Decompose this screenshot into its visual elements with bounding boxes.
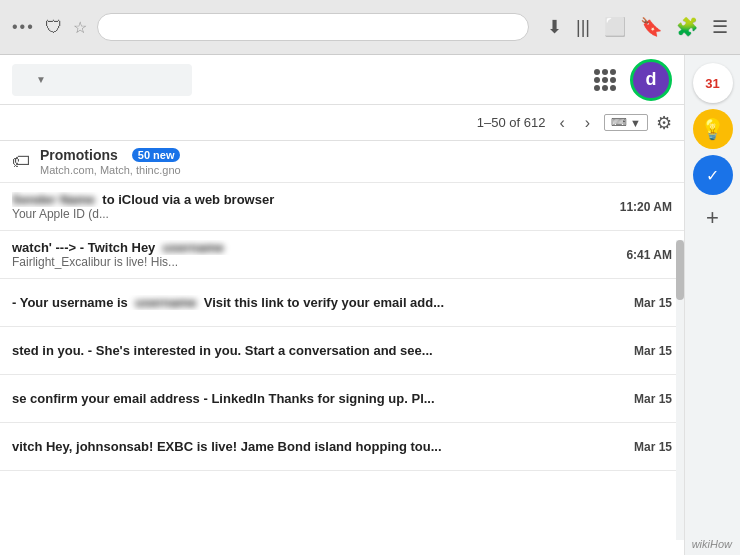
- email-time: Mar 15: [634, 296, 672, 310]
- email-list: 🏷 Promotions 50 new Match.com, Match, th…: [0, 141, 684, 555]
- email-content: sted in you. - She's interested in you. …: [12, 343, 622, 358]
- email-subject-text: - Your username is: [12, 295, 128, 310]
- email-time: 6:41 AM: [626, 248, 672, 262]
- dropdown-arrow-icon: ▼: [36, 74, 46, 85]
- sender-blurred: username: [163, 240, 224, 255]
- email-subject-text: watch' ---> - Twitch Hey: [12, 240, 155, 255]
- email-subject: - Your username is username Visit this l…: [12, 295, 622, 310]
- scrollbar[interactable]: [676, 240, 684, 540]
- promotions-subtitle: Match.com, Match, thinc.gno: [40, 164, 181, 176]
- keyboard-dropdown-arrow: ▼: [630, 117, 641, 129]
- header-right: d: [590, 59, 672, 101]
- menu-dots[interactable]: •••: [12, 18, 35, 36]
- star-icon[interactable]: ☆: [73, 18, 87, 37]
- search-box[interactable]: ▼: [12, 64, 192, 96]
- calendar-date: 31: [705, 77, 719, 90]
- email-row[interactable]: se confirm your email address - LinkedIn…: [0, 375, 684, 423]
- bookmarks-icon[interactable]: |||: [576, 17, 590, 38]
- email-subject: watch' ---> - Twitch Hey username: [12, 240, 614, 255]
- menu-icon[interactable]: ☰: [712, 16, 728, 38]
- email-subject-text: to iCloud via a web browser: [102, 192, 274, 207]
- email-time: 11:20 AM: [620, 200, 672, 214]
- calendar-icon[interactable]: 31: [693, 63, 733, 103]
- add-sidebar-button[interactable]: +: [706, 205, 719, 231]
- user-avatar[interactable]: d: [630, 59, 672, 101]
- promotions-row[interactable]: 🏷 Promotions 50 new Match.com, Match, th…: [0, 141, 684, 183]
- email-content: watch' ---> - Twitch Hey username Fairli…: [12, 240, 614, 269]
- email-preview: Your Apple ID (d...: [12, 207, 608, 221]
- email-row[interactable]: sted in you. - She's interested in you. …: [0, 327, 684, 375]
- right-sidebar: 31 💡 ✓ +: [684, 55, 740, 555]
- promotions-title: Promotions: [40, 147, 118, 163]
- tab-icon[interactable]: ⬜: [604, 16, 626, 38]
- keep-icon[interactable]: 💡: [693, 109, 733, 149]
- email-subject: sted in you. - She's interested in you. …: [12, 343, 622, 358]
- email-row[interactable]: Sender Name to iCloud via a web browser …: [0, 183, 684, 231]
- scroll-thumb[interactable]: [676, 240, 684, 300]
- email-subject: Sender Name to iCloud via a web browser: [12, 192, 608, 207]
- email-row[interactable]: watch' ---> - Twitch Hey username Fairli…: [0, 231, 684, 279]
- browser-dots: •••: [12, 18, 35, 36]
- gmail-logo-area: ▼: [12, 64, 192, 96]
- gmail-container: ▼ d 1–50 of 612 ‹ › ⌨: [0, 55, 740, 555]
- pocket-icon[interactable]: 🛡: [45, 17, 63, 38]
- email-preview-inline: Visit this link to verify your email add…: [204, 295, 444, 310]
- check-symbol: ✓: [706, 166, 719, 185]
- promotions-tag-icon: 🏷: [12, 151, 30, 172]
- email-subject: se confirm your email address - LinkedIn…: [12, 391, 622, 406]
- new-badge: 50 new: [132, 148, 181, 162]
- settings-button[interactable]: ⚙: [656, 112, 672, 134]
- download-icon[interactable]: ⬇: [547, 16, 562, 38]
- email-row[interactable]: vitch Hey, johnsonsab! EXBC is live! Jam…: [0, 423, 684, 471]
- email-content: - Your username is username Visit this l…: [12, 295, 622, 310]
- email-content: Sender Name to iCloud via a web browser …: [12, 192, 608, 221]
- gmail-header: ▼ d: [0, 55, 684, 105]
- grid-dots-icon: [594, 69, 616, 91]
- email-preview: Fairlight_Excalibur is live! His...: [12, 255, 614, 269]
- promotions-info: Promotions 50 new Match.com, Match, thin…: [40, 147, 181, 176]
- gmail-main: ▼ d 1–50 of 612 ‹ › ⌨: [0, 55, 684, 555]
- apps-button[interactable]: [590, 65, 620, 95]
- email-time: Mar 15: [634, 392, 672, 406]
- email-content: vitch Hey, johnsonsab! EXBC is live! Jam…: [12, 439, 622, 454]
- prev-page-button[interactable]: ‹: [553, 112, 570, 134]
- tasks-icon[interactable]: ✓: [693, 155, 733, 195]
- keyboard-icon-symbol: ⌨: [611, 116, 627, 129]
- email-time: Mar 15: [634, 344, 672, 358]
- pagination-bar: 1–50 of 612 ‹ › ⌨ ▼ ⚙: [0, 105, 684, 141]
- lightbulb-symbol: 💡: [700, 117, 725, 141]
- wikihow-watermark: wikiHow: [692, 538, 732, 550]
- address-bar[interactable]: [97, 13, 529, 41]
- email-row[interactable]: - Your username is username Visit this l…: [0, 279, 684, 327]
- sender-blurred: Sender Name: [12, 192, 95, 207]
- email-time: Mar 15: [634, 440, 672, 454]
- bookmark-icon[interactable]: 🔖: [640, 16, 662, 38]
- next-page-button[interactable]: ›: [579, 112, 596, 134]
- sender-blurred: username: [135, 295, 196, 310]
- email-content: se confirm your email address - LinkedIn…: [12, 391, 622, 406]
- browser-chrome: ••• 🛡 ☆ ⬇ ||| ⬜ 🔖 🧩 ☰: [0, 0, 740, 55]
- browser-right-icons: ⬇ ||| ⬜ 🔖 🧩 ☰: [547, 16, 728, 38]
- email-subject: vitch Hey, johnsonsab! EXBC is live! Jam…: [12, 439, 622, 454]
- extension-icon[interactable]: 🧩: [676, 16, 698, 38]
- pagination-range: 1–50 of 612: [477, 115, 546, 130]
- keyboard-shortcut-button[interactable]: ⌨ ▼: [604, 114, 648, 131]
